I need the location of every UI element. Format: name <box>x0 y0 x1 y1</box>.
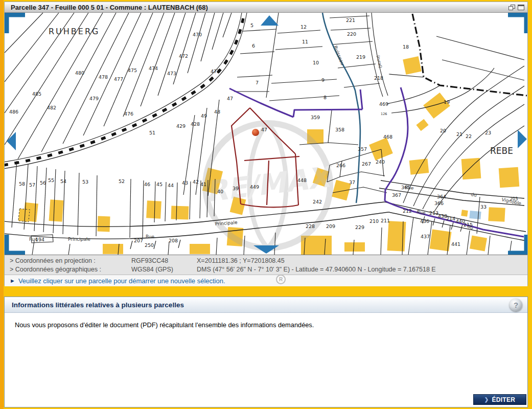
parcel-number: 39 <box>233 186 239 191</box>
parcel-number: 219 <box>356 54 365 60</box>
building <box>469 211 481 219</box>
parcel-number: 10 <box>313 60 319 65</box>
page: { "window": { "title": "Parcelle 347 - F… <box>0 0 532 409</box>
restore-window-icon[interactable] <box>508 5 515 10</box>
parcel-number: 7 <box>256 80 259 85</box>
parcel-number: 23 <box>485 130 491 135</box>
parcel-number: 42 <box>193 179 199 185</box>
building <box>49 199 64 222</box>
place-label: REBE <box>490 146 513 156</box>
parcel-number: 208 <box>169 238 178 243</box>
parcel-number: 468 <box>383 134 392 140</box>
place-label: RUHBERG <box>49 27 100 36</box>
parcel-number: 478 <box>99 74 108 80</box>
parcel-number: 9 <box>321 77 325 83</box>
cadastral-map[interactable]: RE/MAXRUHBERGREBERuePrincipaleRuePrincip… <box>5 13 527 255</box>
parcel-number: 214 <box>446 216 455 221</box>
parcel-number: 475 <box>128 67 137 73</box>
parcel-number: 213 <box>429 210 438 216</box>
parcel-number: 471 <box>211 69 220 74</box>
coordinates-panel: > Coordonnées en projection : RGF93CC48 … <box>5 255 527 275</box>
parcel-number: 49 <box>201 113 207 119</box>
map-viewport[interactable]: RE/MAXRUHBERGREBERuePrincipaleRuePrincip… <box>5 13 527 255</box>
parcel-number: 358 <box>335 127 344 132</box>
building <box>18 209 30 222</box>
building <box>97 216 110 232</box>
edit-pdf-button[interactable]: ❯ ÉDITER <box>473 394 526 405</box>
parcel-number: 221 <box>346 17 355 23</box>
street-label: Principale <box>68 237 90 242</box>
instruction-bar: ► Veuillez cliquer sur une parcelle pour… <box>5 275 527 286</box>
geographic-coordinates-row: > Coordonnées géographiques : WGS84 (GPS… <box>10 265 527 274</box>
parcel-number: 473 <box>167 71 176 76</box>
building <box>403 56 422 75</box>
parcel-number: 126 <box>381 112 387 116</box>
parcel-number: 53 <box>82 179 88 185</box>
geographic-dms-value: DMS (47° 56' 26" N - 7° 10' 3" E) - Lati… <box>197 265 436 274</box>
parcel-number: 476 <box>124 111 133 117</box>
parcel-number: 436 <box>420 218 429 224</box>
parcel-number: 215 <box>464 222 473 228</box>
maximize-window-icon[interactable] <box>518 5 524 10</box>
marker-dot[interactable] <box>252 129 259 136</box>
parcel-number: 8 <box>323 95 327 100</box>
parcel-number: 194 <box>35 237 44 242</box>
building <box>171 206 189 219</box>
parcel-number: 56 <box>40 180 46 186</box>
info-panel-title: Informations littérales relatives à plus… <box>12 301 184 309</box>
parcel-number: 33 <box>480 204 487 210</box>
street-label: Rue <box>146 234 155 239</box>
parcel-number: 267 <box>362 161 371 167</box>
parcel-number: 6 <box>252 43 255 49</box>
info-panel-body: Nous vous proposons d'éditer le document… <box>5 313 527 329</box>
parcel-number: 359 <box>311 115 320 120</box>
building <box>190 244 210 254</box>
parcel-number: 449 <box>250 184 259 190</box>
parcel-number: 469 <box>379 101 388 107</box>
parcel-number: 357 <box>358 146 367 152</box>
parcel-number: 21 <box>456 131 462 137</box>
parcel-number: 18 <box>403 44 409 50</box>
parcel-number: 220 <box>347 31 356 37</box>
parcel-number: 479 <box>89 96 99 101</box>
projection-system: RGF93CC48 <box>131 257 197 265</box>
page-left-border <box>0 0 4 409</box>
parcel-number: 12 <box>300 24 307 30</box>
parcel-number: 209 <box>326 223 335 229</box>
parcel-number: 250 <box>145 242 154 248</box>
instruction-text: Veuillez cliquer sur une parcelle pour d… <box>18 277 225 285</box>
parcel-number: 54 <box>60 178 66 184</box>
parcel-number: 37 <box>349 179 355 185</box>
parcel-number: 47 <box>227 96 233 101</box>
parcel-number: 5 <box>250 22 253 28</box>
parcel-number: 470 <box>193 32 202 37</box>
chevron-right-icon: ❯ <box>484 397 489 402</box>
projection-xy-value: X=2011181.36 ; Y=7201808.45 <box>197 257 285 265</box>
parcel-number: 365 <box>401 185 410 190</box>
instruction-arrow-icon: ► <box>10 278 15 284</box>
parcel-number: 486 <box>9 109 18 115</box>
parcel-number: 57 <box>29 182 35 188</box>
parcel-number: 366 <box>434 200 444 206</box>
building <box>409 158 429 175</box>
parcel-number: 437 <box>421 234 430 239</box>
parcel-number: 46 <box>144 181 150 187</box>
parcel-number: 203 <box>510 197 518 201</box>
registered-trademark-icon: R <box>276 275 286 284</box>
help-icon[interactable]: ? <box>510 299 522 311</box>
parcel-number: 480 <box>75 70 84 76</box>
parcel-number: 441 <box>451 241 460 247</box>
projection-coordinates-row: > Coordonnées en projection : RGF93CC48 … <box>10 257 527 265</box>
map-window-titlebar: Parcelle 347 - Feuille 000 5 01 - Commun… <box>5 2 527 13</box>
geographic-system: WGS84 (GPS) <box>131 265 197 274</box>
building <box>470 236 487 252</box>
building <box>461 158 481 179</box>
parcel-number: 429 <box>176 123 186 129</box>
parcel-number: 428 <box>191 121 200 127</box>
parcel-number: 367 <box>392 192 401 198</box>
building <box>103 244 123 254</box>
parcel-number: 20 <box>440 128 446 133</box>
building <box>499 167 520 188</box>
parcel-number: 228 <box>306 223 315 229</box>
parcel-number: 51 <box>149 130 155 135</box>
